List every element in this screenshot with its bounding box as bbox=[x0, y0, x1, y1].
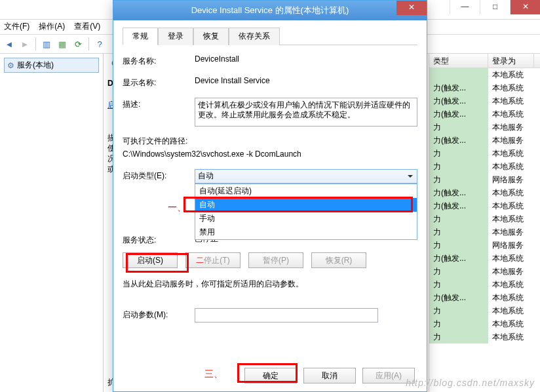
col-logon-as[interactable]: 登录为 bbox=[488, 54, 534, 68]
resume-button: 恢复(R) bbox=[311, 252, 366, 268]
startup-type-dropdown: 自动(延迟启动) 自动 手动 禁用 bbox=[195, 184, 417, 240]
table-row[interactable]: 力(触发...本地系统 bbox=[429, 108, 540, 121]
cell-logon-as: 本地服务 bbox=[488, 134, 534, 147]
cell-logon-as: 本地系统 bbox=[488, 108, 534, 121]
forward-icon[interactable]: ► bbox=[18, 37, 31, 50]
table-row[interactable]: 力网络服务 bbox=[429, 173, 540, 186]
cell-logon-as: 本地系统 bbox=[488, 68, 534, 81]
value-exe-path: C:\Windows\system32\svchost.exe -k DcomL… bbox=[123, 149, 417, 159]
cell-logon-as: 本地系统 bbox=[488, 212, 534, 225]
menu-action[interactable]: 操作(A) bbox=[39, 21, 65, 33]
cell-logon-as: 本地系统 bbox=[488, 186, 534, 199]
back-icon[interactable]: ◄ bbox=[3, 37, 16, 50]
start-button[interactable]: 启动(S) bbox=[123, 252, 178, 268]
label-service-status: 服务状态: bbox=[123, 233, 195, 246]
startup-opt-disabled[interactable]: 禁用 bbox=[195, 225, 417, 239]
bg-minimize-button[interactable]: — bbox=[450, 0, 480, 14]
cell-startup-type: 力(触发... bbox=[429, 94, 488, 108]
table-row[interactable]: 力本地系统 bbox=[429, 330, 540, 343]
cell-startup-type: 力(触发... bbox=[429, 252, 488, 265]
table-row[interactable]: 力(触发...本地系统 bbox=[429, 94, 540, 108]
start-params-note: 当从此处启动服务时，你可指定所适用的启动参数。 bbox=[123, 279, 417, 290]
table-row[interactable]: 力(触发...本地系统 bbox=[429, 186, 540, 199]
cell-startup-type: 力 bbox=[429, 160, 488, 173]
tab-general[interactable]: 常规 bbox=[123, 28, 158, 45]
annotation-label-1: 一、 bbox=[168, 202, 186, 214]
cell-logon-as: 网络服务 bbox=[488, 239, 534, 252]
cell-startup-type: 力 bbox=[429, 239, 488, 252]
label-start-params: 启动参数(M): bbox=[123, 308, 195, 321]
cell-startup-type: 力 bbox=[429, 212, 488, 225]
cancel-button[interactable]: 取消 bbox=[303, 368, 356, 383]
startup-opt-auto[interactable]: 自动 bbox=[195, 198, 417, 212]
menu-view[interactable]: 查看(V) bbox=[74, 21, 100, 33]
cell-logon-as: 本地系统 bbox=[488, 94, 534, 108]
show-hide-icon[interactable]: ▥ bbox=[40, 37, 53, 50]
cell-startup-type: 力 bbox=[429, 317, 488, 330]
table-row[interactable]: 力网络服务 bbox=[429, 239, 540, 252]
table-row[interactable]: 力本地服务 bbox=[429, 225, 540, 239]
start-params-input[interactable] bbox=[195, 308, 378, 323]
value-display-name: Device Install Service bbox=[195, 76, 417, 85]
startup-opt-auto-delayed[interactable]: 自动(延迟启动) bbox=[195, 184, 417, 198]
table-row[interactable]: 力(触发...本地系统 bbox=[429, 252, 540, 265]
cell-logon-as: 本地系统 bbox=[488, 160, 534, 173]
cell-startup-type: 力 bbox=[429, 278, 488, 291]
label-display-name: 显示名称: bbox=[123, 76, 195, 88]
cell-startup-type: 力(触发... bbox=[429, 108, 488, 121]
table-row[interactable]: 力本地系统 bbox=[429, 304, 540, 317]
stop-button: 二停止(T) bbox=[185, 252, 241, 268]
help-icon[interactable]: ? bbox=[93, 37, 106, 50]
startup-opt-manual[interactable]: 手动 bbox=[195, 212, 417, 225]
table-row[interactable]: 力本地系统 bbox=[429, 212, 540, 225]
dialog-tabs: 常规 登录 恢复 依存关系 bbox=[123, 27, 417, 45]
table-row[interactable]: 力(触发...本地系统 bbox=[429, 81, 540, 94]
services-list: 类型 登录为 本地系统力(触发...本地系统力(触发...本地系统力(触发...… bbox=[429, 54, 540, 392]
dialog-title: Device Install Service 的属性(本地计算机) bbox=[120, 5, 420, 16]
table-row[interactable]: 力本地服务 bbox=[429, 265, 540, 278]
cell-logon-as: 本地系统 bbox=[488, 330, 534, 343]
cell-startup-type: 力(触发... bbox=[429, 134, 488, 147]
table-row[interactable]: 力本地系统 bbox=[429, 278, 540, 291]
cell-logon-as: 本地系统 bbox=[488, 291, 534, 304]
col-startup-type[interactable]: 类型 bbox=[429, 54, 488, 68]
value-service-name: DeviceInstall bbox=[195, 54, 417, 64]
pause-button: 暂停(P) bbox=[248, 252, 303, 268]
table-row[interactable]: 力(触发...本地服务 bbox=[429, 134, 540, 147]
menu-file[interactable]: 文件(F) bbox=[4, 21, 29, 33]
cell-startup-type: 力 bbox=[429, 147, 488, 160]
cell-startup-type bbox=[429, 68, 488, 81]
startup-type-select[interactable]: 自动 bbox=[195, 169, 417, 184]
startup-type-selected: 自动 bbox=[198, 171, 214, 180]
refresh-icon[interactable]: ⟳ bbox=[71, 37, 85, 50]
table-row[interactable]: 力(触发...本地系统 bbox=[429, 291, 540, 304]
table-row[interactable]: 力本地服务 bbox=[429, 121, 540, 134]
cell-startup-type: 力 bbox=[429, 121, 488, 134]
cell-startup-type: 力(触发... bbox=[429, 199, 488, 212]
list-header: 类型 登录为 bbox=[429, 54, 540, 68]
description-textarea[interactable]: 使计算机在极少或没有用户输入的情况下能识别并适应硬件的更改。终止或禁用此服务会造… bbox=[195, 98, 417, 127]
cell-startup-type: 力(触发... bbox=[429, 186, 488, 199]
properties-dialog: Device Install Service 的属性(本地计算机) ✕ 常规 登… bbox=[113, 0, 427, 392]
table-row[interactable]: 力本地系统 bbox=[429, 160, 540, 173]
bg-close-button[interactable]: ✕ bbox=[510, 0, 540, 14]
table-row[interactable]: 力本地系统 bbox=[429, 147, 540, 160]
tree-item-label: 服务(本地) bbox=[17, 60, 54, 71]
table-row[interactable]: 力本地系统 bbox=[429, 317, 540, 330]
tab-logon[interactable]: 登录 bbox=[158, 28, 193, 45]
dialog-titlebar[interactable]: Device Install Service 的属性(本地计算机) ✕ bbox=[113, 1, 427, 20]
cell-logon-as: 本地系统 bbox=[488, 278, 534, 291]
table-row[interactable]: 力(触发...本地系统 bbox=[429, 199, 540, 212]
dialog-close-button[interactable]: ✕ bbox=[396, 1, 427, 15]
tree-item-services-local[interactable]: ⚙ 服务(本地) bbox=[4, 58, 99, 73]
bg-maximize-button[interactable]: □ bbox=[480, 0, 510, 14]
tab-dependencies[interactable]: 依存关系 bbox=[229, 28, 280, 45]
properties-icon[interactable]: ▦ bbox=[56, 37, 69, 50]
ok-button[interactable]: 确定 bbox=[244, 368, 297, 383]
bg-window-controls: — □ ✕ bbox=[450, 0, 540, 14]
cell-logon-as: 本地系统 bbox=[488, 147, 534, 160]
nav-tree: ⚙ 服务(本地) bbox=[0, 54, 104, 392]
cell-logon-as: 本地系统 bbox=[488, 81, 534, 94]
tab-recovery[interactable]: 恢复 bbox=[193, 28, 229, 45]
table-row[interactable]: 本地系统 bbox=[429, 68, 540, 81]
